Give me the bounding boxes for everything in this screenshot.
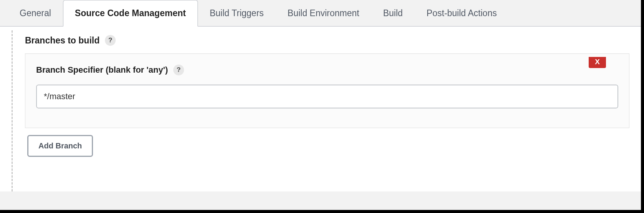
tab-build-triggers[interactable]: Build Triggers xyxy=(198,0,276,26)
delete-branch-button[interactable]: X xyxy=(589,57,606,68)
branch-specifier-label: Branch Specifier (blank for 'any') xyxy=(36,65,168,75)
tab-general[interactable]: General xyxy=(8,0,63,26)
add-branch-button[interactable]: Add Branch xyxy=(27,135,93,157)
config-tabs: General Source Code Management Build Tri… xyxy=(0,0,641,26)
help-icon[interactable]: ? xyxy=(105,35,116,46)
help-icon[interactable]: ? xyxy=(173,65,184,75)
section-guide-line xyxy=(12,30,13,191)
branches-section-header: Branches to build ? xyxy=(25,35,629,46)
branch-specifier-input[interactable] xyxy=(36,85,618,108)
branches-section-title: Branches to build xyxy=(25,35,100,46)
tab-post-build-actions[interactable]: Post-build Actions xyxy=(415,0,509,26)
branch-specifier-label-row: Branch Specifier (blank for 'any') ? xyxy=(36,65,618,75)
content-panel: Branches to build ? X Branch Specifier (… xyxy=(0,26,641,191)
tab-build[interactable]: Build xyxy=(371,0,415,26)
tab-build-environment[interactable]: Build Environment xyxy=(276,0,371,26)
tab-source-code-management[interactable]: Source Code Management xyxy=(63,0,198,27)
branch-specifier-block: X Branch Specifier (blank for 'any') ? xyxy=(25,53,629,128)
